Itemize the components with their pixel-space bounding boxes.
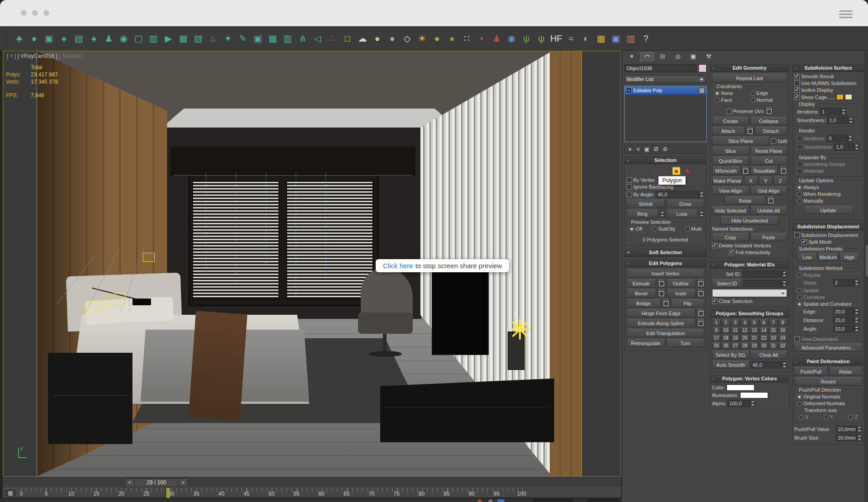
render-smoothness-checkbox[interactable] [797,144,802,150]
select-id-spinner[interactable] [743,280,787,287]
smoothing-group-button[interactable]: 28 [741,342,749,349]
grid-align-button[interactable]: Grid Align [750,186,788,195]
select-by-sg-button[interactable]: Select By SG [712,350,749,359]
by-vertex-checkbox[interactable] [627,177,632,183]
smoothing-group-button[interactable]: 4 [741,319,749,326]
smoothing-group-button[interactable]: 13 [750,327,759,334]
border-icon[interactable]: ◇ [661,167,670,175]
preserve-uvs-checkbox[interactable] [726,109,732,114]
smoothing-group-button[interactable]: 20 [741,335,749,341]
attach-button[interactable]: Attach [712,127,745,135]
time-slider-track[interactable]: < 29 / 100 > [3,477,621,488]
tessellate-settings-button[interactable] [779,166,787,175]
msmooth-button[interactable]: MSmooth [712,166,740,175]
advanced-parameters-button[interactable]: Advanced Parameters... [794,343,862,352]
bridge-button[interactable]: Bridge [627,299,660,308]
chevron-down-icon[interactable] [698,76,704,82]
edge-icon[interactable]: ╱ [651,167,659,175]
unhide-all-button[interactable]: Unhide All [750,206,788,215]
teapot-icon[interactable]: ♨ [206,31,221,46]
coordinate-mode-icon[interactable] [497,499,505,502]
grow-button[interactable]: Grow [666,199,705,208]
slice-button[interactable]: Slice [712,147,749,155]
smoothing-group-button[interactable]: 16 [778,327,787,334]
push-pull-button[interactable]: Push/Pull [794,367,828,376]
quickslice-button[interactable]: QuickSlice [712,156,749,165]
axis-x-radio[interactable] [799,415,804,420]
ignore-backfacing-checkbox[interactable] [627,184,632,189]
smoothing-group-button[interactable]: 15 [769,327,778,334]
bevel-button[interactable]: Bevel [627,289,656,298]
time-slider-position-marker[interactable] [166,488,170,498]
loop-button[interactable]: Loop [666,209,698,218]
selection-lock-icon[interactable] [488,499,493,502]
update-when-rendering-radio[interactable] [797,192,802,197]
footprints-icon[interactable]: ∴ [325,31,340,46]
constraint-normal-radio[interactable] [750,98,755,103]
by-angle-checkbox[interactable] [627,192,632,197]
horn-icon[interactable]: ◁ [310,31,325,46]
axis-y-radio[interactable] [824,415,829,420]
monitor-icon[interactable]: ▢ [131,31,146,46]
panel-scrollbar-thumb[interactable] [866,245,868,277]
smoothing-group-button[interactable]: 1 [712,319,721,326]
cut-button[interactable]: Cut [750,156,788,165]
building-icon[interactable]: ▦ [594,31,609,46]
smoothing-group-button[interactable]: 18 [722,335,730,341]
alpha-spinner[interactable]: 100,0 [727,400,755,407]
swirl-icon[interactable]: ◉ [116,31,131,46]
clear-all-button[interactable]: Clear All [750,350,788,359]
preset-low-button[interactable]: Low [797,253,817,261]
constraint-face-radio[interactable] [715,98,720,103]
by-angle-spinner[interactable]: 45,0 [656,191,704,198]
detach-button[interactable]: Detach [755,127,788,135]
droplet-icon[interactable]: • [474,31,489,46]
panel-scrollbar[interactable] [865,51,868,502]
update-always-radio[interactable] [797,185,802,190]
show-cage-checkbox[interactable] [794,95,800,100]
particles-icon[interactable]: ∷ [459,31,474,46]
separate-materials-checkbox[interactable] [797,168,802,174]
preset-high-button[interactable]: High [840,253,859,261]
view-dependent-checkbox[interactable] [794,336,800,342]
smoothing-group-button[interactable]: 10 [722,327,730,334]
msmooth-settings-button[interactable] [741,166,749,175]
layers-icon[interactable]: ▥ [146,31,161,46]
stack-visibility-icon[interactable] [699,88,705,94]
preview-off-radio[interactable] [629,227,634,232]
extrude-settings-button[interactable] [657,279,665,288]
pin-stack-icon[interactable]: ∗ [627,146,632,152]
selection-rollout-header[interactable]: - Selection [625,157,706,164]
export-icon[interactable]: ▶ [161,31,176,46]
grid-icon[interactable]: ▦ [265,31,280,46]
select-id-button[interactable]: Select ID [712,279,742,288]
hide-selected-button[interactable]: Hide Selected [712,206,749,215]
render-iterations-spinner[interactable]: 0 [827,135,853,142]
hierarchy-tab[interactable]: ⊟ [656,52,670,62]
viewport-camera-name[interactable]: [ VRayCam016 ] [18,53,57,59]
extrude-along-spline-button[interactable]: Extrude Along Spline [627,319,695,327]
turn-button[interactable]: Turn [666,339,705,347]
sphere-icon[interactable]: ● [27,31,42,46]
collapse-icon[interactable]: ▧ [191,31,206,46]
edit-polygons-rollout-header[interactable]: - Edit Polygons [625,260,706,267]
tessellate-button[interactable]: Tessellate [750,166,778,175]
collapse-button[interactable]: Collapse [750,117,788,125]
previous-frame-button[interactable]: < [125,478,135,487]
use-nurms-checkbox[interactable] [794,81,800,86]
extrude-button[interactable]: Extrude [627,279,656,288]
vertex-colors-rollout-header[interactable]: - Polygon: Vertex Colors [710,375,789,383]
utilities-tab[interactable]: ⚒ [702,52,716,62]
help-icon[interactable]: ? [638,31,653,46]
split-mesh-checkbox[interactable] [802,239,807,245]
grass-icon[interactable]: ψ [519,31,534,46]
coordinate-y-field[interactable] [588,499,619,502]
display-iterations-spinner[interactable]: 1 [820,108,846,115]
cloud-icon[interactable]: ☁ [355,31,370,46]
separate-smoothing-groups-checkbox[interactable] [797,161,802,167]
window-controls[interactable] [21,10,49,16]
list-icon[interactable]: ▤ [71,31,86,46]
loop-spinner[interactable] [699,210,704,218]
display-smoothness-spinner[interactable]: 1,0 [827,117,854,124]
modifier-list-dropdown[interactable]: Modifier List [624,75,707,83]
